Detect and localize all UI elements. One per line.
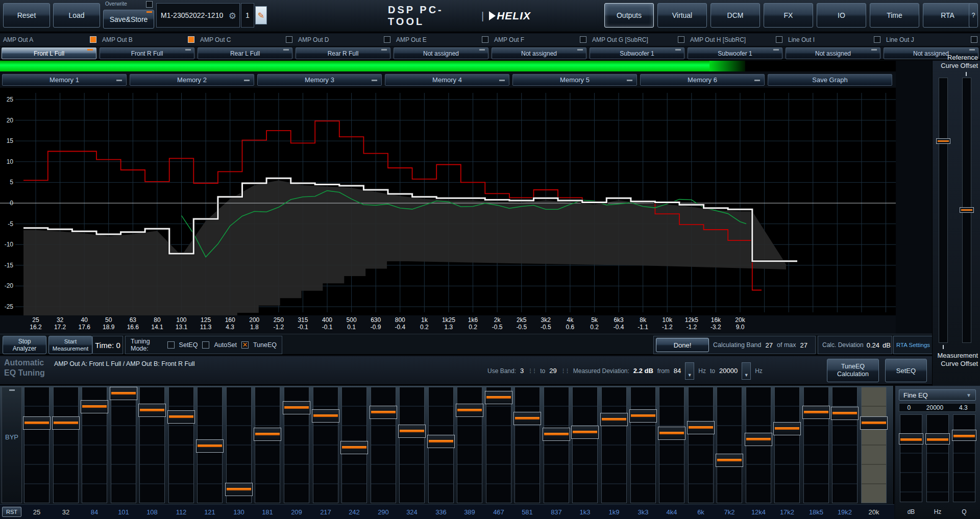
- eq-band-handle-130[interactable]: [225, 483, 253, 496]
- channel-button-not-assigned-8[interactable]: Not assigned: [786, 47, 880, 59]
- fine-eq-track-hz[interactable]: [926, 414, 949, 502]
- eq-band-track-18k5[interactable]: [803, 387, 829, 503]
- nav-dcm-button[interactable]: DCM: [710, 3, 760, 28]
- channel-link-checkbox-2[interactable]: [188, 36, 194, 43]
- eq-band-handle-112[interactable]: [167, 410, 195, 424]
- channel-link-checkbox-6[interactable]: [580, 36, 586, 43]
- eq-band-handle-4k4[interactable]: [658, 427, 685, 440]
- tuneeq-calculation-button[interactable]: TuneEQCalculation: [827, 359, 879, 382]
- eq-band-track-19k2[interactable]: [832, 387, 857, 503]
- eq-band-handle-242[interactable]: [340, 441, 368, 454]
- eq-band-handle-19k2[interactable]: [831, 407, 859, 420]
- nav-io-button[interactable]: IO: [817, 3, 866, 28]
- channel-button-subwoofer-1-6[interactable]: Subwoofer 1: [590, 47, 684, 59]
- nav-rta-button[interactable]: RTA: [923, 3, 972, 28]
- eq-band-handle-101[interactable]: [110, 387, 137, 400]
- reset-eq-button[interactable]: RST: [2, 507, 21, 517]
- eq-band-handle-837[interactable]: [543, 428, 570, 441]
- tuning-mode-checkbox-seteq[interactable]: [167, 341, 175, 349]
- memory-1-button[interactable]: Memory 1: [2, 74, 127, 86]
- nav-outputs-button[interactable]: Outputs: [604, 3, 654, 28]
- fine-eq-selector[interactable]: Fine EQ▼: [899, 389, 976, 401]
- eq-band-track-3k3[interactable]: [630, 387, 656, 503]
- channel-link-checkbox-4[interactable]: [384, 36, 390, 43]
- reference-curve-offset-slider[interactable]: [939, 78, 948, 343]
- eq-band-track-467[interactable]: [486, 387, 511, 503]
- eq-band-handle-3k3[interactable]: [629, 409, 657, 423]
- channel-button-rear-l-full-2[interactable]: Rear L Full: [198, 47, 292, 59]
- freq-from-dropdown[interactable]: ▼: [685, 362, 694, 380]
- eq-band-handle-121[interactable]: [196, 439, 224, 453]
- channel-link-checkbox-9[interactable]: [874, 36, 880, 43]
- eq-band-track-112[interactable]: [168, 387, 194, 503]
- reference-offset-handle[interactable]: [936, 138, 950, 144]
- eq-band-track-181[interactable]: [255, 387, 280, 503]
- load-button[interactable]: Load: [53, 3, 100, 28]
- tuning-mode-checkbox-autoset[interactable]: [202, 341, 209, 349]
- eq-band-track-17k2[interactable]: [774, 387, 800, 503]
- stop-analyzer-button[interactable]: StopAnalyzer: [3, 336, 46, 354]
- help-button[interactable]: ?: [969, 3, 978, 28]
- eq-band-handle-20k[interactable]: [860, 416, 888, 430]
- fine-eq-track-q[interactable]: [953, 414, 975, 502]
- fine-eq-handle-hz[interactable]: [925, 433, 950, 444]
- eq-band-handle-25[interactable]: [23, 416, 51, 430]
- eq-band-track-837[interactable]: [544, 387, 569, 503]
- eq-band-track-25[interactable]: [24, 387, 50, 503]
- memory-2-button[interactable]: Memory 2: [130, 74, 254, 86]
- channel-link-checkbox-3[interactable]: [286, 36, 292, 43]
- eq-band-track-290[interactable]: [371, 387, 396, 503]
- save-graph-button[interactable]: Save Graph: [768, 74, 892, 86]
- gear-icon[interactable]: ⚙: [229, 11, 236, 21]
- memory-3-button[interactable]: Memory 3: [257, 74, 382, 86]
- channel-link-checkbox-8[interactable]: [776, 36, 782, 43]
- seteq-button[interactable]: SetEQ: [885, 359, 927, 382]
- eq-band-track-4k4[interactable]: [659, 387, 684, 503]
- eq-band-handle-1k3[interactable]: [571, 426, 599, 439]
- done-button[interactable]: Done!: [656, 338, 709, 352]
- nav-virtual-button[interactable]: Virtual: [657, 3, 707, 28]
- eq-band-handle-12k4[interactable]: [745, 433, 772, 446]
- eq-band-track-1k9[interactable]: [601, 387, 627, 503]
- channel-button-front-r-full-1[interactable]: Front R Full: [100, 47, 194, 59]
- channel-link-checkbox-5[interactable]: [482, 36, 488, 43]
- eq-band-handle-17k2[interactable]: [773, 422, 801, 435]
- channel-link-checkbox-trailing[interactable]: [971, 36, 977, 43]
- eq-band-handle-1k9[interactable]: [600, 413, 628, 426]
- eq-band-handle-84[interactable]: [81, 400, 108, 413]
- eq-band-handle-209[interactable]: [283, 401, 310, 414]
- channel-button-not-assigned-4[interactable]: Not assigned: [394, 47, 488, 59]
- config-number-field[interactable]: 1: [241, 3, 254, 28]
- channel-link-checkbox-1[interactable]: [90, 36, 96, 43]
- nav-time-button[interactable]: Time: [870, 3, 919, 28]
- eq-band-handle-181[interactable]: [254, 428, 281, 441]
- nav-fx-button[interactable]: FX: [764, 3, 813, 28]
- eq-band-track-324[interactable]: [399, 387, 425, 503]
- tuning-mode-checkbox-tuneeq[interactable]: [241, 341, 249, 349]
- band-from-spinner[interactable]: ⋮⋮: [528, 368, 536, 374]
- eq-band-handle-32[interactable]: [52, 416, 80, 430]
- eq-band-handle-467[interactable]: [485, 391, 512, 404]
- reset-button[interactable]: Reset: [3, 3, 50, 28]
- eq-band-track-581[interactable]: [514, 387, 540, 503]
- channel-button-subwoofer-1-7[interactable]: Subwoofer 1: [688, 47, 782, 59]
- eq-band-track-6k[interactable]: [688, 387, 714, 503]
- eq-band-track-1k3[interactable]: [572, 387, 598, 503]
- channel-button-rear-r-full-3[interactable]: Rear R Full: [296, 47, 390, 59]
- edit-note-button[interactable]: ✎: [255, 6, 267, 24]
- channel-button-not-assigned-5[interactable]: Not assigned: [492, 47, 586, 59]
- freq-from-value[interactable]: 84: [674, 367, 681, 375]
- eq-band-handle-581[interactable]: [513, 412, 541, 425]
- start-measurement-button[interactable]: StartMeasurement: [48, 336, 92, 354]
- overwrite-checkbox[interactable]: [146, 1, 153, 8]
- eq-band-handle-336[interactable]: [427, 435, 455, 448]
- eq-band-track-20k[interactable]: [861, 387, 887, 503]
- channel-button-front-l-full-0[interactable]: Front L Full: [2, 47, 96, 59]
- eq-band-track-7k2[interactable]: [717, 387, 742, 503]
- fine-eq-track-db[interactable]: [900, 414, 922, 502]
- band-to-spinner[interactable]: ⋮⋮: [561, 368, 569, 374]
- eq-band-track-101[interactable]: [111, 387, 136, 503]
- memory-6-button[interactable]: Memory 6: [640, 74, 765, 86]
- eq-band-handle-290[interactable]: [370, 406, 397, 419]
- use-band-from[interactable]: 3: [520, 367, 524, 375]
